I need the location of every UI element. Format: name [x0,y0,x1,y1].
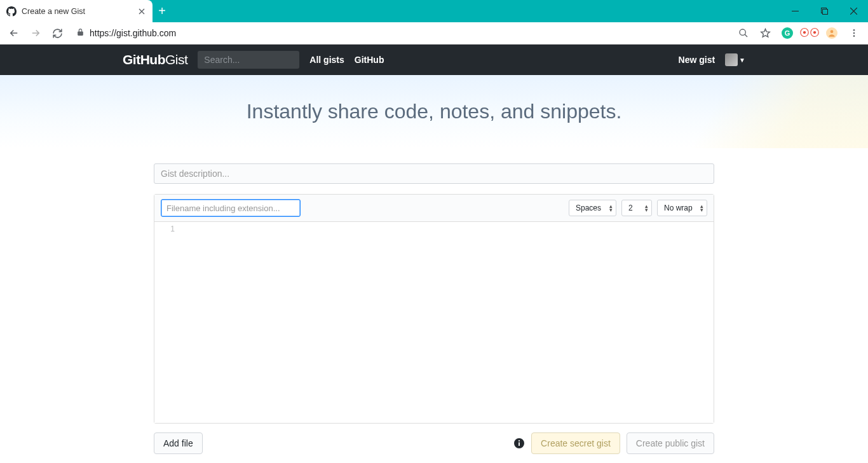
github-header: GitHubGist All gists GitHub New gist ▼ [0,45,868,75]
file-header: Spaces ▴▾ 2 ▴▾ No wrap ▴▾ [154,195,714,222]
lock-icon [76,28,85,38]
minimize-window-icon[interactable] [780,0,810,22]
github-favicon-icon [6,6,17,17]
indent-size-select[interactable]: 2 [621,200,652,216]
video-ext-icon[interactable]: ⦿⦿ [799,27,820,39]
github-gist-logo[interactable]: GitHubGist [123,52,187,67]
reload-button[interactable] [48,24,66,42]
svg-rect-1 [822,10,827,15]
caret-down-icon: ▼ [739,57,745,64]
extension-icons: G ⦿⦿ [778,27,841,39]
close-tab-icon[interactable] [137,7,146,16]
profile-avatar-icon[interactable] [826,27,837,39]
svg-point-5 [853,32,855,34]
svg-point-6 [853,35,855,37]
header-nav: All gists GitHub [309,55,384,65]
file-box: Spaces ▴▾ 2 ▴▾ No wrap ▴▾ 1 [154,194,714,424]
new-gist-link[interactable]: New gist [679,55,715,65]
new-tab-button[interactable]: + [153,0,172,22]
svg-point-3 [831,30,834,33]
browser-toolbar: https://gist.github.com G ⦿⦿ [0,22,868,45]
user-menu[interactable]: ▼ [725,53,745,66]
zoom-icon[interactable] [735,24,752,42]
add-file-button[interactable]: Add file [154,432,203,454]
avatar-icon [725,53,738,66]
page-content: GitHubGist All gists GitHub New gist ▼ I… [0,45,868,463]
nav-github[interactable]: GitHub [355,55,384,65]
svg-point-4 [853,29,855,31]
address-bar[interactable]: https://gist.github.com [70,24,731,42]
maximize-window-icon[interactable] [810,0,839,22]
tab-title: Create a new Gist [22,7,132,16]
gist-description-input[interactable] [154,163,714,184]
info-icon[interactable] [513,438,525,449]
browser-tab[interactable]: Create a new Gist [0,0,153,22]
create-secret-gist-button[interactable]: Create secret gist [531,432,620,454]
browser-titlebar: Create a new Gist + [0,0,868,22]
filename-input[interactable] [161,199,301,217]
grammarly-ext-icon[interactable]: G [782,27,793,39]
hero-headline: Instantly share code, notes, and snippet… [247,100,622,123]
menu-icon[interactable] [845,24,863,42]
bookmark-icon[interactable] [756,24,774,42]
nav-all-gists[interactable]: All gists [309,55,344,65]
create-public-gist-button[interactable]: Create public gist [627,432,714,454]
hero-section: Instantly share code, notes, and snippet… [0,75,868,148]
back-button[interactable] [5,24,23,42]
close-window-icon[interactable] [839,0,868,22]
svg-point-2 [740,29,745,35]
search-input[interactable] [198,51,299,69]
wrap-mode-select[interactable]: No wrap [657,200,707,216]
forward-button[interactable] [27,24,44,42]
code-editor[interactable]: 1 [154,222,714,423]
line-gutter: 1 [154,222,180,423]
form-actions: Add file Create secret gist Create publi… [154,432,714,463]
url-text: https://gist.github.com [90,28,176,38]
gist-form: Spaces ▴▾ 2 ▴▾ No wrap ▴▾ 1 Add file [154,163,714,463]
indent-mode-select[interactable]: Spaces [569,200,616,216]
